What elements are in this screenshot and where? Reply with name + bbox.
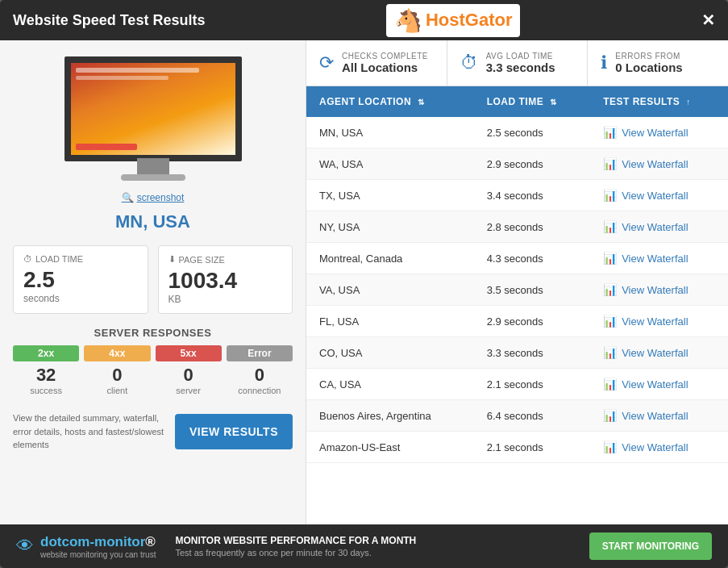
metric-item-1: ⏱ AVG LOAD TIME 3.3 seconds [447, 40, 589, 86]
cell-waterfall-3: 📊 View Waterfall [590, 211, 728, 243]
table-row: Montreal, Canada 4.3 seconds 📊 View Wate… [306, 243, 728, 274]
col-header-0[interactable]: AGENT LOCATION ⇅ [306, 86, 474, 117]
load-time-value: 2.5 [23, 267, 138, 293]
table-row: NY, USA 2.8 seconds 📊 View Waterfall [306, 211, 728, 243]
results-table-container[interactable]: AGENT LOCATION ⇅LOAD TIME ⇅TEST RESULTS … [306, 86, 728, 524]
table-row: VA, USA 3.5 seconds 📊 View Waterfall [306, 274, 728, 306]
seahorse-icon: 🐴 [394, 7, 422, 34]
monitor-base [121, 174, 185, 181]
response-column-5xx: 5xx 0 server [156, 345, 222, 395]
cell-location-5: VA, USA [306, 274, 474, 306]
cell-location-4: Montreal, Canada [306, 243, 474, 274]
count-4xx: 0 [84, 365, 150, 386]
camera-icon: 🔍 [122, 192, 134, 203]
start-monitoring-button[interactable]: START MONITORING [589, 532, 712, 560]
screen-bar-1 [76, 68, 200, 73]
cell-load-time-2: 3.4 seconds [474, 180, 591, 211]
footer-msg-title: MONITOR WEBSITE PERFORMANCE FOR A MONTH [175, 535, 569, 546]
chart-icon-2: 📊 [603, 189, 617, 202]
screen-bar-2 [76, 76, 168, 80]
screen-button-graphic [76, 144, 138, 150]
waterfall-link-4[interactable]: View Waterfall [622, 253, 688, 265]
cell-location-1: WA, USA [306, 148, 474, 180]
metric-sublabel-2: ERRORS FROM [615, 52, 682, 61]
cell-waterfall-6: 📊 View Waterfall [590, 306, 728, 337]
cell-location-8: CA, USA [306, 369, 474, 400]
page-size-unit: KB [168, 294, 283, 305]
view-results-button[interactable]: VIEW RESULTS [175, 414, 293, 449]
metric-sublabel-0: CHECKS COMPLETE [342, 52, 428, 61]
description-text: View the detailed summary, waterfall, er… [13, 411, 165, 452]
cell-location-6: FL, USA [306, 306, 474, 337]
response-column-error: Error 0 connection [227, 345, 293, 395]
monitor-screen [64, 56, 242, 161]
waterfall-link-8[interactable]: View Waterfall [622, 378, 688, 390]
waterfall-link-6[interactable]: View Waterfall [622, 315, 688, 328]
table-row: WA, USA 2.9 seconds 📊 View Waterfall [306, 148, 728, 180]
chart-icon-5: 📊 [603, 283, 617, 296]
cell-location-7: CO, USA [306, 337, 474, 369]
selected-location: MN, USA [115, 211, 190, 232]
type-2xx: success [13, 386, 79, 395]
metric-icon-2: ℹ [601, 52, 607, 73]
load-time-box: ⏱ LOAD TIME 2.5 seconds [13, 245, 148, 314]
waterfall-link-10[interactable]: View Waterfall [622, 441, 688, 453]
cell-waterfall-4: 📊 View Waterfall [590, 243, 728, 274]
screen-content [71, 63, 235, 155]
chart-icon-1: 📊 [603, 157, 617, 170]
waterfall-link-7[interactable]: View Waterfall [622, 347, 688, 359]
metric-value-2: 0 Locations [615, 61, 682, 74]
load-time-unit: seconds [23, 293, 138, 304]
metric-sublabel-1: AVG LOAD TIME [486, 52, 555, 61]
main-content: 🔍 screenshot MN, USA ⏱ LOAD TIME 2.5 sec… [0, 40, 728, 524]
badge-5xx: 5xx [156, 345, 222, 361]
chart-icon-0: 📊 [603, 126, 617, 139]
screenshot-link-text[interactable]: screenshot [137, 192, 185, 203]
cell-load-time-6: 2.9 seconds [474, 306, 591, 337]
cell-load-time-0: 2.5 seconds [474, 117, 591, 148]
brand-sub: website monitoring you can trust [40, 550, 156, 559]
screenshot-link[interactable]: 🔍 screenshot [122, 192, 185, 203]
cell-load-time-9: 6.4 seconds [474, 400, 591, 432]
chart-icon-10: 📊 [603, 441, 617, 453]
download-icon: ⬇ [168, 254, 176, 265]
results-table: AGENT LOCATION ⇅LOAD TIME ⇅TEST RESULTS … [306, 86, 728, 463]
close-button[interactable]: ✕ [701, 10, 715, 30]
desc-row: View the detailed summary, waterfall, er… [13, 411, 293, 452]
waterfall-link-3[interactable]: View Waterfall [622, 221, 688, 233]
badge-error: Error [227, 345, 293, 361]
chart-icon-8: 📊 [603, 378, 617, 390]
hostgator-logo: 🐴 HostGator [386, 4, 521, 37]
brand-colored: dotcom [40, 534, 89, 549]
cell-waterfall-5: 📊 View Waterfall [590, 274, 728, 306]
waterfall-link-5[interactable]: View Waterfall [622, 284, 688, 296]
waterfall-link-9[interactable]: View Waterfall [622, 410, 688, 422]
chart-icon-7: 📊 [603, 346, 617, 359]
cell-location-0: MN, USA [306, 117, 474, 148]
cell-waterfall-1: 📊 View Waterfall [590, 148, 728, 180]
waterfall-link-0[interactable]: View Waterfall [622, 127, 688, 139]
sort-icon-2: ↑ [686, 98, 691, 106]
table-row: Buenos Aires, Argentina 6.4 seconds 📊 Vi… [306, 400, 728, 432]
table-row: TX, USA 3.4 seconds 📊 View Waterfall [306, 180, 728, 211]
load-time-label: ⏱ LOAD TIME [23, 254, 138, 264]
count-2xx: 32 [13, 365, 79, 386]
window-title: Website Speed Test Results [13, 12, 205, 29]
footer-brand: 👁 dotcom-monitor® website monitoring you… [16, 534, 156, 559]
brand-name: dotcom-monitor® [40, 534, 156, 550]
metric-item-2: ℹ ERRORS FROM 0 Locations [588, 40, 728, 86]
badge-2xx: 2xx [13, 345, 79, 361]
count-error: 0 [227, 365, 293, 386]
cell-location-3: NY, USA [306, 211, 474, 243]
logo-text: HostGator [426, 10, 513, 31]
type-error: connection [227, 386, 293, 395]
titlebar: Website Speed Test Results 🐴 HostGator ✕ [0, 0, 728, 40]
waterfall-link-2[interactable]: View Waterfall [622, 190, 688, 202]
col-header-2[interactable]: TEST RESULTS ↑ [590, 86, 728, 117]
chart-icon-9: 📊 [603, 409, 617, 422]
metric-value-0: All Locations [342, 61, 428, 74]
monitor-brand-icon: 👁 [16, 536, 34, 557]
waterfall-link-1[interactable]: View Waterfall [622, 158, 688, 170]
col-header-1[interactable]: LOAD TIME ⇅ [474, 86, 591, 117]
left-panel: 🔍 screenshot MN, USA ⏱ LOAD TIME 2.5 sec… [0, 40, 306, 524]
